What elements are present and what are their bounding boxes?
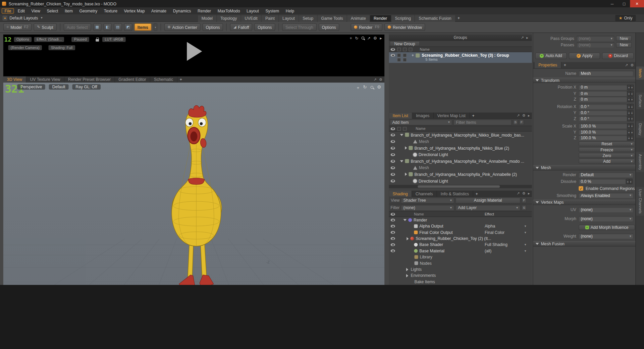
- effect-value[interactable]: Alpha: [485, 224, 495, 228]
- menu-item[interactable]: Edit: [15, 8, 28, 13]
- panel-menu-arrow-icon[interactable]: ▸: [528, 192, 530, 196]
- effect-dropdown-icon[interactable]: ▾: [525, 243, 526, 247]
- transform-value-field[interactable]: 0.0 °: [579, 104, 627, 109]
- item-visibility-eye-icon[interactable]: [390, 133, 395, 136]
- pan-icon[interactable]: +: [350, 36, 352, 40]
- mini-decrement-button[interactable]: ◂: [626, 179, 629, 184]
- add-viewport-tab-button[interactable]: +: [177, 77, 184, 83]
- select-through-options-button[interactable]: Options: [319, 23, 339, 31]
- transform-action-button[interactable]: Reset ▾: [579, 141, 635, 146]
- layout-tab[interactable]: Animate: [347, 15, 370, 22]
- mini-increment-button[interactable]: ▸: [631, 135, 634, 141]
- minimize-button[interactable]: ─: [606, 0, 618, 7]
- group-lock-toggle[interactable]: [403, 53, 407, 57]
- auto-add-button[interactable]: + Auto Add: [535, 52, 567, 59]
- menu-item[interactable]: Item: [62, 8, 75, 13]
- layer-visibility-eye-icon[interactable]: [390, 249, 395, 252]
- shader-row[interactable]: Bake Items: [389, 279, 532, 285]
- item-visibility-eye-icon[interactable]: [390, 153, 395, 156]
- effect-dropdown-icon[interactable]: ▾: [525, 225, 526, 228]
- expand-icon[interactable]: ↗: [367, 36, 370, 40]
- add-shading-tab-button[interactable]: +: [473, 191, 480, 197]
- group-visibility-eye-icon[interactable]: [390, 54, 395, 57]
- shader-row[interactable]: Library: [389, 254, 532, 260]
- mini-decrement-button[interactable]: ◂: [627, 91, 631, 96]
- preview-lut-button[interactable]: LUT: sRGB: [102, 37, 126, 42]
- collapsed-arrow-icon[interactable]: [405, 146, 407, 150]
- transform-value-field[interactable]: 100.0 %: [579, 123, 627, 129]
- expand-arrow-icon[interactable]: [400, 160, 404, 162]
- item-list-tab[interactable]: Images: [412, 112, 433, 118]
- menu-item[interactable]: Render: [195, 8, 214, 13]
- new-group-button[interactable]: New Group: [390, 41, 420, 46]
- pan-icon[interactable]: +: [357, 85, 359, 90]
- layer-visibility-eye-icon[interactable]: [390, 225, 395, 228]
- morph-dropdown[interactable]: (none) ▾: [579, 216, 633, 221]
- scope-s-button[interactable]: S: [513, 119, 518, 125]
- add-morph-influence-button[interactable]: + Add Morph Influence: [579, 225, 635, 230]
- shader-row[interactable]: Base Shader Full Shading ▾: [389, 242, 532, 248]
- render-button[interactable]: Render F9: [351, 23, 383, 31]
- menu-item[interactable]: File: [2, 8, 14, 13]
- new-pass-group-button[interactable]: New: [616, 36, 632, 41]
- items-mode-button[interactable]: Items: [134, 23, 152, 31]
- mini-decrement-button[interactable]: ◂: [627, 85, 631, 90]
- shader-row[interactable]: FX: [389, 285, 532, 285]
- name-field[interactable]: Mesh: [579, 71, 633, 76]
- gear-icon[interactable]: ⚙: [377, 85, 381, 90]
- passes-dropdown[interactable]: (none) ▾: [577, 42, 614, 48]
- close-button[interactable]: ×: [630, 0, 644, 7]
- render-preview-panel[interactable]: 12 Options Effect: (Shadi... Paused LUT:…: [3, 35, 384, 77]
- discard-button[interactable]: × Discard: [602, 52, 634, 59]
- filter-f-button[interactable]: F: [522, 198, 527, 203]
- group-sub-toggle[interactable]: [403, 58, 407, 61]
- assign-material-button[interactable]: Assign Material: [455, 197, 520, 203]
- mini-increment-button[interactable]: ▸: [631, 116, 634, 121]
- items-popup-arrow[interactable]: ▾: [154, 23, 157, 31]
- shading-tab[interactable]: Channels: [412, 191, 437, 197]
- mini-increment-button[interactable]: ▸: [631, 97, 634, 102]
- menu-item[interactable]: System: [263, 8, 282, 13]
- add-layer-dropdown[interactable]: Add Layer ▾: [455, 205, 520, 210]
- expand-icon[interactable]: ↗: [625, 63, 628, 67]
- select-polygons-icon-button[interactable]: ▤: [114, 23, 122, 31]
- properties-tab[interactable]: Properties: [535, 62, 561, 68]
- item-visibility-eye-icon[interactable]: [390, 179, 395, 182]
- group-expand-plus[interactable]: +: [412, 53, 414, 57]
- panel-menu-arrow-icon[interactable]: ▸: [380, 36, 382, 40]
- item-list-tab[interactable]: Item List: [389, 112, 413, 118]
- expand-arrow-icon[interactable]: [400, 134, 404, 136]
- maximize-button[interactable]: □: [618, 0, 630, 7]
- action-center-button[interactable]: ⊕ Action Center: [164, 23, 201, 31]
- filter-items-input[interactable]: Filter Items: [453, 119, 512, 125]
- shader-row[interactable]: Render: [389, 217, 532, 223]
- mini-decrement-button[interactable]: ◂: [627, 104, 631, 109]
- item-row[interactable]: Mesh: [389, 164, 532, 171]
- viewport-tab[interactable]: Render Preset Browser: [64, 77, 115, 83]
- gear-icon[interactable]: ⚙: [522, 113, 526, 117]
- collapsed-arrow-icon[interactable]: [406, 274, 408, 277]
- effect-dropdown-icon[interactable]: ▾: [525, 249, 526, 253]
- pass-groups-dropdown[interactable]: (none) ▾: [577, 36, 614, 41]
- collapsed-arrow-icon[interactable]: [407, 237, 409, 240]
- viewport-tab[interactable]: 3D View: [3, 77, 26, 83]
- panel-menu-arrow-icon[interactable]: ▸: [526, 36, 528, 40]
- apply-button[interactable]: ✓ Apply: [569, 52, 600, 59]
- mini-increment-button[interactable]: ▸: [631, 129, 634, 135]
- mesh-section-header[interactable]: Mesh: [533, 165, 636, 170]
- orbit-icon[interactable]: ↻: [363, 85, 367, 90]
- item-visibility-eye-icon[interactable]: [390, 140, 395, 143]
- menu-item[interactable]: Animate: [149, 8, 169, 13]
- layout-tab[interactable]: Topology: [217, 15, 240, 22]
- layout-up-icon[interactable]: ▲: [2, 15, 7, 20]
- layer-visibility-eye-icon[interactable]: [390, 237, 395, 240]
- action-center-options-button[interactable]: Options: [203, 23, 223, 31]
- transform-value-field[interactable]: 0.0 °: [579, 110, 627, 115]
- enable-command-regions-checkbox[interactable]: ✓: [579, 186, 583, 191]
- shader-row[interactable]: Screaming_Rubber_Chicken_Toy (2) (It...: [389, 236, 532, 242]
- effect-value[interactable]: Full Shading: [485, 242, 507, 247]
- item-row[interactable]: Branch_of_Hydrangea_Macrophylla_Pink_Ann…: [389, 158, 532, 164]
- shader-row[interactable]: Nodes: [389, 260, 532, 266]
- transform-value-field[interactable]: 100.0 %: [579, 129, 627, 135]
- preview-shading-button[interactable]: Shading: Full: [49, 45, 75, 50]
